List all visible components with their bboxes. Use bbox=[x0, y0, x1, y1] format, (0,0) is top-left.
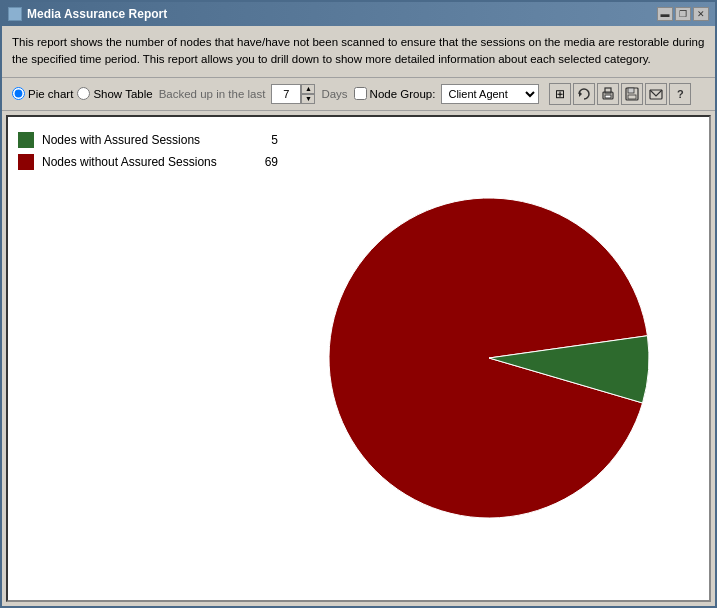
show-table-radio-label[interactable]: Show Table bbox=[77, 87, 152, 100]
window-title: Media Assurance Report bbox=[27, 7, 167, 21]
days-up-btn[interactable]: ▲ bbox=[301, 84, 315, 94]
days-input-group: ▲ ▼ bbox=[271, 84, 315, 104]
description-text: This report shows the number of nodes th… bbox=[2, 26, 715, 78]
legend-item-not-assured: Nodes without Assured Sessions 69 bbox=[18, 154, 278, 170]
toolbar: Pie chart Show Table Backed up in the la… bbox=[2, 78, 715, 111]
node-group-label: Node Group: bbox=[370, 88, 436, 100]
pie-chart bbox=[314, 183, 664, 533]
show-table-radio[interactable] bbox=[77, 87, 90, 100]
pie-chart-radio-label[interactable]: Pie chart bbox=[12, 87, 73, 100]
refresh-button[interactable] bbox=[573, 83, 595, 105]
title-bar-left: Media Assurance Report bbox=[8, 7, 167, 21]
help-button[interactable]: ? bbox=[669, 83, 691, 105]
days-label: Days bbox=[321, 88, 347, 100]
svg-rect-5 bbox=[628, 88, 634, 93]
legend-value-not-assured: 69 bbox=[258, 155, 278, 169]
legend-label-assured: Nodes with Assured Sessions bbox=[42, 133, 250, 147]
pie-svg bbox=[314, 183, 664, 533]
minimize-button[interactable]: ▬ bbox=[657, 7, 673, 21]
title-buttons: ▬ ❐ ✕ bbox=[657, 7, 709, 21]
save-button[interactable] bbox=[621, 83, 643, 105]
legend-label-not-assured: Nodes without Assured Sessions bbox=[42, 155, 250, 169]
main-window: Media Assurance Report ▬ ❐ ✕ This report… bbox=[0, 0, 717, 608]
node-group-checkbox[interactable] bbox=[354, 87, 367, 100]
window-icon bbox=[8, 7, 22, 21]
legend-color-assured bbox=[18, 132, 34, 148]
legend-color-not-assured bbox=[18, 154, 34, 170]
filter-button[interactable]: ⊞ bbox=[549, 83, 571, 105]
description-content: This report shows the number of nodes th… bbox=[12, 36, 704, 65]
chart-area bbox=[278, 127, 699, 591]
restore-button[interactable]: ❐ bbox=[675, 7, 691, 21]
toolbar-action-buttons: ⊞ bbox=[549, 83, 691, 105]
node-group-checkbox-label[interactable]: Node Group: bbox=[354, 87, 436, 100]
title-bar: Media Assurance Report ▬ ❐ ✕ bbox=[2, 2, 715, 26]
email-button[interactable] bbox=[645, 83, 667, 105]
legend: Nodes with Assured Sessions 5 Nodes with… bbox=[18, 127, 278, 591]
content-area: Nodes with Assured Sessions 5 Nodes with… bbox=[6, 115, 711, 603]
pie-chart-label: Pie chart bbox=[28, 88, 73, 100]
svg-marker-0 bbox=[579, 91, 582, 97]
show-table-label: Show Table bbox=[93, 88, 152, 100]
legend-item-assured: Nodes with Assured Sessions 5 bbox=[18, 132, 278, 148]
days-spinner: ▲ ▼ bbox=[301, 84, 315, 104]
svg-rect-6 bbox=[628, 95, 636, 99]
pie-chart-radio[interactable] bbox=[12, 87, 25, 100]
close-button[interactable]: ✕ bbox=[693, 7, 709, 21]
days-down-btn[interactable]: ▼ bbox=[301, 94, 315, 104]
days-input[interactable] bbox=[271, 84, 301, 104]
print-button[interactable] bbox=[597, 83, 619, 105]
chart-type-group: Pie chart Show Table bbox=[12, 87, 153, 100]
legend-value-assured: 5 bbox=[258, 133, 278, 147]
node-group-select[interactable]: Client Agent All Nodes Custom Group bbox=[441, 84, 539, 104]
node-group-dropdown-container: Client Agent All Nodes Custom Group bbox=[441, 84, 539, 104]
backed-up-label: Backed up in the last bbox=[159, 88, 266, 100]
svg-rect-3 bbox=[605, 95, 611, 98]
